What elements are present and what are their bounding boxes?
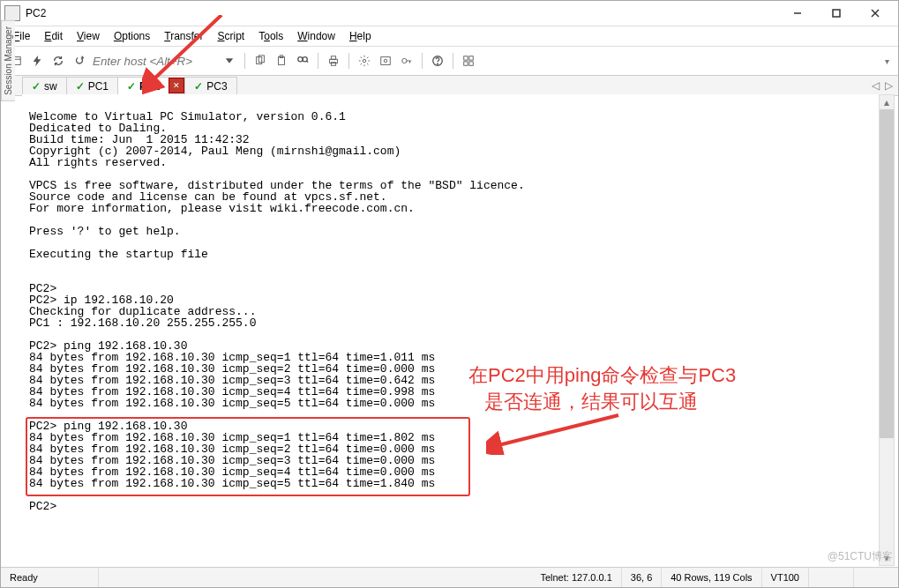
window-controls <box>778 3 895 24</box>
svg-rect-27 <box>469 56 473 60</box>
svg-point-21 <box>402 58 407 63</box>
session-manager-tab[interactable]: Session Manager <box>1 20 15 101</box>
settings-icon[interactable] <box>355 51 374 71</box>
menubar: File Edit View Options Transfer Script T… <box>1 26 898 47</box>
svg-rect-8 <box>257 57 262 64</box>
history-dropdown-icon[interactable] <box>220 51 239 71</box>
svg-point-24 <box>433 56 443 66</box>
scroll-thumb[interactable] <box>880 109 894 438</box>
titlebar: PC2 <box>1 1 898 26</box>
svg-rect-16 <box>331 56 335 60</box>
tab-scroll-left-icon[interactable]: ◁ <box>872 79 880 92</box>
tile-icon[interactable] <box>459 51 478 71</box>
tab-scroll: ◁ ▷ <box>872 79 898 92</box>
window-title: PC2 <box>26 7 778 19</box>
watermark: @51CTU博客 <box>828 549 893 564</box>
reconnect-icon[interactable] <box>70 51 89 71</box>
menu-transfer[interactable]: Transfer <box>157 28 210 44</box>
svg-marker-7 <box>226 58 233 63</box>
menu-script[interactable]: Script <box>211 28 252 44</box>
tab-pc3[interactable]: ✓PC3 <box>184 77 236 95</box>
menu-edit[interactable]: Edit <box>37 28 70 44</box>
tab-scroll-right-icon[interactable]: ▷ <box>885 79 893 92</box>
key-icon[interactable] <box>397 51 416 71</box>
check-icon: ✓ <box>127 80 136 93</box>
status-num <box>854 568 898 587</box>
session-options-icon[interactable] <box>376 51 395 71</box>
vertical-scrollbar[interactable]: ▴ ▾ <box>879 94 895 566</box>
separator <box>318 53 318 69</box>
close-button[interactable] <box>856 3 895 24</box>
refresh-icon[interactable] <box>49 51 68 71</box>
svg-marker-6 <box>34 56 41 66</box>
svg-line-14 <box>306 61 308 63</box>
svg-rect-11 <box>280 56 283 58</box>
terminal-output[interactable]: Welcome to Virtual PC Simulator, version… <box>22 94 880 566</box>
tab-pc2[interactable]: ✓PC2 <box>117 77 169 95</box>
tab-sw[interactable]: ✓sw <box>22 77 67 95</box>
svg-rect-1 <box>833 10 840 17</box>
menu-view[interactable]: View <box>70 28 107 44</box>
svg-rect-26 <box>464 56 468 60</box>
paste-icon[interactable] <box>272 51 291 71</box>
check-icon: ✓ <box>76 80 85 93</box>
svg-point-20 <box>384 59 387 63</box>
check-icon: ✓ <box>32 80 41 93</box>
svg-point-25 <box>438 63 438 64</box>
help-icon[interactable] <box>428 51 447 71</box>
maximize-button[interactable] <box>817 3 856 24</box>
tab-label: PC3 <box>206 80 227 93</box>
lightning-icon[interactable] <box>27 51 47 71</box>
app-window: PC2 File Edit View Options Transfer Scri… <box>0 0 899 588</box>
svg-rect-28 <box>464 62 468 65</box>
status-emulation: VT100 <box>762 568 809 587</box>
svg-point-12 <box>298 57 303 62</box>
svg-point-13 <box>303 57 307 62</box>
find-icon[interactable] <box>293 51 312 71</box>
tab-label: sw <box>44 80 57 93</box>
minimize-button[interactable] <box>778 3 817 24</box>
tab-pc1[interactable]: ✓PC1 <box>66 77 118 95</box>
tab-label: PC2 <box>139 80 160 93</box>
copy-icon[interactable] <box>251 51 270 71</box>
toolbar-overflow-icon[interactable]: ▾ <box>881 56 893 66</box>
status-connection: Telnet: 127.0.0.1 <box>531 568 621 587</box>
menu-tools[interactable]: Tools <box>251 28 290 44</box>
toolbar: ▾ <box>1 47 898 76</box>
svg-point-18 <box>363 59 366 63</box>
statusbar: Ready Telnet: 127.0.0.1 36, 6 40 Rows, 1… <box>1 567 898 587</box>
separator <box>244 53 245 69</box>
svg-rect-19 <box>381 57 391 65</box>
menu-window[interactable]: Window <box>290 28 342 44</box>
svg-rect-10 <box>279 57 285 65</box>
tabstrip: ✓sw ✓PC1 ✓PC2 ✕ ✓PC3 ◁ ▷ <box>1 76 898 96</box>
scroll-up-icon[interactable]: ▴ <box>880 95 894 109</box>
menu-options[interactable]: Options <box>107 28 157 44</box>
status-ready: Ready <box>1 568 99 587</box>
menu-help[interactable]: Help <box>342 28 378 44</box>
svg-rect-9 <box>258 56 264 63</box>
print-icon[interactable] <box>324 51 343 71</box>
svg-rect-15 <box>330 59 338 63</box>
tab-label: PC1 <box>88 80 109 93</box>
separator <box>422 53 423 69</box>
host-input[interactable] <box>91 53 218 70</box>
svg-rect-29 <box>469 62 473 65</box>
app-icon <box>4 5 20 21</box>
separator <box>453 53 453 69</box>
svg-rect-17 <box>331 63 335 66</box>
separator <box>348 53 349 69</box>
status-caps <box>809 568 854 587</box>
check-icon: ✓ <box>194 80 203 93</box>
status-size: 40 Rows, 119 Cols <box>662 568 761 587</box>
status-cursor-pos: 36, 6 <box>622 568 662 587</box>
close-tab-button[interactable]: ✕ <box>169 78 184 93</box>
